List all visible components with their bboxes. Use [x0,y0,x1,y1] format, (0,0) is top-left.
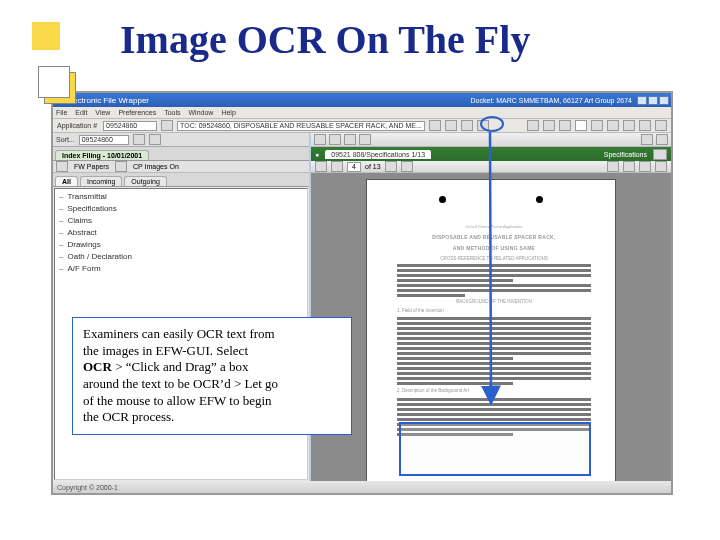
viewer-toolbar [311,133,671,147]
punch-hole-icon [439,196,446,203]
list-item: –Oath / Declaration [57,251,305,263]
callout-text: Examiners can easily OCR text from [83,326,275,341]
slide-decoration-box-front [38,66,70,98]
callout-text: around the text to be OCR’d > Let go [83,376,278,391]
callout-text: > “Click and Drag” a box [112,359,249,374]
document-page: United States Patent Application DISPOSA… [366,179,616,481]
viewer-fit-button[interactable] [639,161,651,172]
list-item: –Transmittal [57,191,305,203]
green-tab-marker: ● [315,151,319,158]
menu-preferences[interactable]: Preferences [118,109,156,116]
menu-window[interactable]: Window [188,109,213,116]
viewer-toolbar-button[interactable] [314,134,326,145]
window-close-button[interactable] [659,96,669,105]
page-number-field[interactable]: 4 [347,162,361,172]
menu-help[interactable]: Help [221,109,235,116]
tab-all[interactable]: All [55,176,78,186]
doc-crossref-heading: CROSS-REFERENCE TO RELATED APPLICATIONS [397,256,591,262]
tab-incoming[interactable]: Incoming [80,176,122,186]
list-item: –A/F Form [57,263,305,275]
page-last-button[interactable] [401,161,413,172]
sort-prev-button[interactable] [133,134,145,145]
tab-outgoing[interactable]: Outgoing [124,176,166,186]
doc-title-line2: AND METHOD OF USING SAME [397,245,591,252]
slide-title: Image OCR On The Fly [120,16,530,63]
window-title: Electronic File Wrapper [66,96,149,105]
list-item: –Drawings [57,239,305,251]
toolbar-button[interactable] [623,120,635,131]
left-sort-bar: Sort... 09524860 [53,133,309,147]
ocr-selection-box[interactable] [399,422,591,476]
left-toolbar-icon[interactable] [56,161,68,172]
viewer-zoom-button[interactable] [623,161,635,172]
green-right-label: Specifications [604,151,647,158]
right-viewer-pane: ● 09521 808/Specifications 1/13 Specific… [311,133,671,481]
slide-decoration-accent [32,22,60,50]
cp-images-label[interactable]: CP Images On [133,163,179,170]
green-tab-dropdown[interactable] [653,149,667,160]
menu-file[interactable]: File [56,109,67,116]
toolbar-button[interactable] [639,120,651,131]
document-canvas[interactable]: United States Patent Application DISPOSA… [311,173,671,481]
viewer-page-toolbar: 4 of 13 [311,161,671,173]
toolbar-button[interactable] [429,120,441,131]
doc-small-text: United States Patent Application [397,224,591,230]
punch-hole-icon [536,196,543,203]
page-first-button[interactable] [315,161,327,172]
ocr-button-highlight-circle [480,116,504,132]
toolbar-search-icon[interactable] [543,120,555,131]
status-text: Copyright © 2000-1 [57,484,118,491]
menu-edit[interactable]: Edit [75,109,87,116]
toolbar-button[interactable] [607,120,619,131]
left-filter-tabs: All Incoming Outgoing [53,173,309,187]
status-bar: Copyright © 2000-1 [53,481,671,493]
list-item: –Specifications [57,203,305,215]
doc-background-art-heading: 2. Description of the Background Art [397,388,591,394]
toc-field[interactable]: TOC: 09524860, DISPOSABLE AND REUSABLE S… [177,121,425,131]
doc-background-heading: BACKGROUND OF THE INVENTION [397,299,591,305]
callout-text: the OCR process. [83,409,174,424]
sort-label: Sort... [56,136,75,143]
toolbar-button[interactable] [591,120,603,131]
window-titlebar: Electronic File Wrapper Docket: MARC SMM… [53,93,671,107]
left-toolbar-icon[interactable] [115,161,127,172]
viewer-zoom-button[interactable] [607,161,619,172]
page-prev-button[interactable] [331,161,343,172]
window-maximize-button[interactable] [648,96,658,105]
viewer-toolbar-button[interactable] [329,134,341,145]
toolbar-button[interactable] [655,120,667,131]
ocr-button[interactable] [575,120,587,131]
toolbar-button[interactable] [527,120,539,131]
menu-tools[interactable]: Tools [164,109,180,116]
sort-next-button[interactable] [149,134,161,145]
doc-title-line1: DISPOSABLE AND REUSABLE SPACER RACK, [397,234,591,241]
toolbar-button[interactable] [161,120,173,131]
viewer-toolbar-button[interactable] [359,134,371,145]
callout-ocr-bold: OCR [83,359,112,374]
list-item: –Abstract [57,227,305,239]
window-minimize-button[interactable] [637,96,647,105]
app-number-label: Application # [57,122,97,129]
toolbar-button[interactable] [461,120,473,131]
window-docket-caption: Docket: MARC SMMETBAM, 66127 Art Group 2… [471,97,636,104]
menu-view[interactable]: View [95,109,110,116]
page-next-button[interactable] [385,161,397,172]
viewer-green-tabs: ● 09521 808/Specifications 1/13 Specific… [311,147,671,161]
specifications-tab[interactable]: 09521 808/Specifications 1/13 [325,150,431,159]
list-item: –Claims [57,215,305,227]
viewer-toolbar-button[interactable] [344,134,356,145]
viewer-toolbar-button[interactable] [641,134,653,145]
callout-text: the images in EFW-GUI. Select [83,343,248,358]
toolbar-button[interactable] [559,120,571,131]
viewer-toolbar-button[interactable] [656,134,668,145]
viewer-rotate-button[interactable] [655,161,667,172]
sort-field[interactable]: 09524860 [79,135,129,145]
left-primary-tabs: Index Filing - 10/01/2001 [53,147,309,161]
page-of-label: of 13 [365,163,381,170]
left-sub-toolbar: FW Papers CP Images On [53,161,309,173]
index-filing-tab[interactable]: Index Filing - 10/01/2001 [55,150,149,160]
fw-papers-label[interactable]: FW Papers [74,163,109,170]
instruction-callout: Examiners can easily OCR text from the i… [72,317,352,435]
app-number-field[interactable]: 09524860 [103,121,157,131]
toolbar-button[interactable] [445,120,457,131]
